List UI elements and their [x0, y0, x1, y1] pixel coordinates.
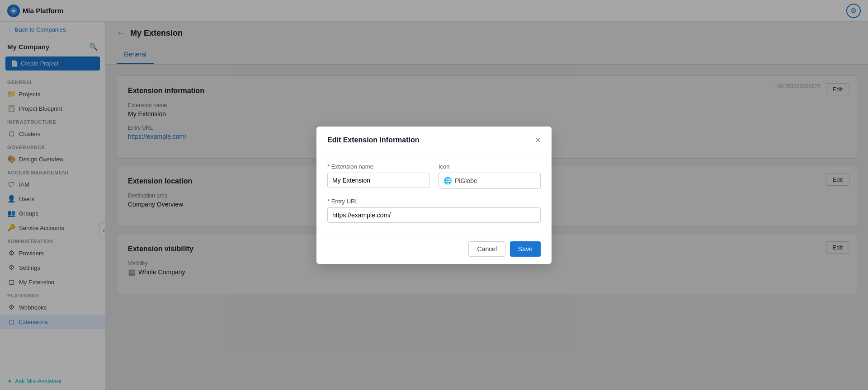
modal-row-1: * Extension name Icon 🌐 PiGlobe: [327, 163, 541, 189]
globe-icon: 🌐: [443, 177, 452, 185]
modal-entry-url-label: * Entry URL: [327, 198, 541, 205]
icon-select-dropdown[interactable]: 🌐 PiGlobe: [439, 173, 541, 189]
modal-entry-url-field: * Entry URL: [327, 198, 541, 223]
modal-extension-name-field: * Extension name: [327, 163, 429, 189]
modal-extension-name-label: * Extension name: [327, 163, 429, 170]
modal-header: Edit Extension Information ×: [316, 127, 552, 152]
modal-overlay[interactable]: Edit Extension Information × * Extension…: [106, 22, 868, 390]
cancel-button[interactable]: Cancel: [468, 241, 505, 257]
entry-url-input[interactable]: [327, 207, 541, 223]
extension-name-input[interactable]: [327, 173, 429, 188]
edit-extension-modal: Edit Extension Information × * Extension…: [316, 127, 552, 264]
modal-icon-field: Icon 🌐 PiGlobe: [439, 163, 541, 189]
modal-icon-label: Icon: [439, 163, 541, 170]
required-asterisk-2: *: [327, 198, 330, 205]
content-area: ← My Extension General Extension informa…: [106, 22, 868, 390]
modal-title: Edit Extension Information: [327, 136, 420, 144]
save-button[interactable]: Save: [510, 241, 541, 257]
modal-row-2: * Entry URL: [327, 198, 541, 223]
modal-close-button[interactable]: ×: [535, 136, 541, 145]
required-asterisk: *: [327, 163, 330, 170]
modal-footer: Cancel Save: [316, 234, 552, 264]
modal-body: * Extension name Icon 🌐 PiGlobe: [316, 152, 552, 234]
